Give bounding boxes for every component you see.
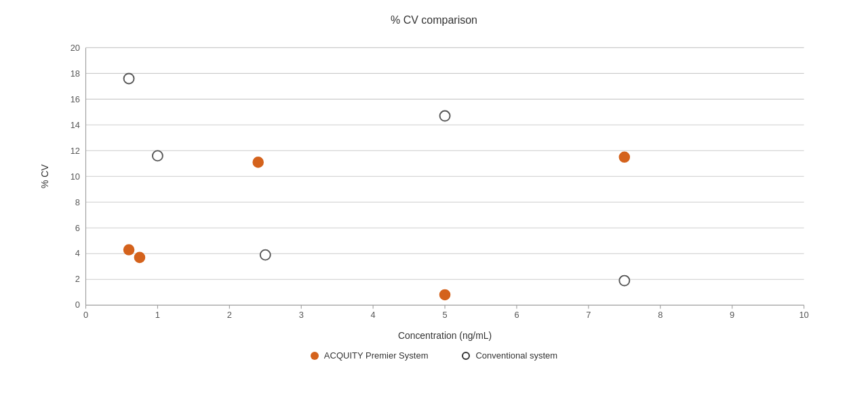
chart-title: % CV comparison bbox=[27, 14, 841, 26]
conventional-legend-label: Conventional system bbox=[475, 350, 557, 361]
svg-text:6: 6 bbox=[75, 223, 80, 233]
svg-text:0: 0 bbox=[83, 310, 88, 320]
svg-text:5: 5 bbox=[442, 310, 447, 320]
svg-text:% CV: % CV bbox=[39, 164, 50, 188]
svg-point-50 bbox=[253, 157, 263, 167]
svg-point-52 bbox=[619, 152, 629, 162]
svg-text:10: 10 bbox=[799, 310, 808, 320]
chart-legend: ACQUITY Premier System Conventional syst… bbox=[27, 350, 841, 361]
svg-text:16: 16 bbox=[71, 94, 80, 104]
svg-text:0: 0 bbox=[75, 300, 80, 310]
svg-point-48 bbox=[124, 245, 134, 255]
legend-item-conventional: Conventional system bbox=[462, 350, 557, 361]
conventional-legend-icon bbox=[462, 352, 470, 360]
svg-text:2: 2 bbox=[227, 310, 232, 320]
svg-point-56 bbox=[440, 111, 450, 121]
svg-text:10: 10 bbox=[71, 171, 80, 182]
legend-item-acquity: ACQUITY Premier System bbox=[311, 350, 429, 361]
svg-point-55 bbox=[260, 250, 271, 260]
svg-point-49 bbox=[134, 252, 144, 262]
svg-text:7: 7 bbox=[586, 310, 591, 320]
chart-svg: 02468101214161820012345678910Concentrati… bbox=[27, 33, 841, 345]
svg-text:3: 3 bbox=[299, 310, 304, 320]
acquity-legend-icon bbox=[311, 352, 319, 360]
svg-point-57 bbox=[619, 276, 629, 286]
svg-point-51 bbox=[440, 289, 450, 300]
svg-text:18: 18 bbox=[71, 68, 80, 79]
svg-text:8: 8 bbox=[658, 310, 663, 320]
chart-area: 02468101214161820012345678910Concentrati… bbox=[27, 33, 841, 345]
svg-point-53 bbox=[124, 73, 134, 83]
svg-text:20: 20 bbox=[71, 43, 80, 53]
svg-text:12: 12 bbox=[71, 146, 80, 156]
svg-text:1: 1 bbox=[155, 310, 160, 320]
svg-text:Concentration (ng/mL): Concentration (ng/mL) bbox=[398, 330, 492, 341]
acquity-legend-label: ACQUITY Premier System bbox=[324, 350, 429, 361]
svg-text:4: 4 bbox=[371, 310, 376, 320]
svg-text:4: 4 bbox=[75, 248, 80, 258]
svg-text:2: 2 bbox=[75, 274, 80, 284]
svg-text:8: 8 bbox=[75, 197, 80, 207]
svg-point-54 bbox=[153, 150, 163, 161]
svg-text:14: 14 bbox=[71, 120, 80, 130]
chart-container: % CV comparison 024681012141618200123456… bbox=[27, 14, 841, 394]
svg-text:9: 9 bbox=[730, 310, 734, 320]
svg-text:6: 6 bbox=[514, 310, 519, 320]
